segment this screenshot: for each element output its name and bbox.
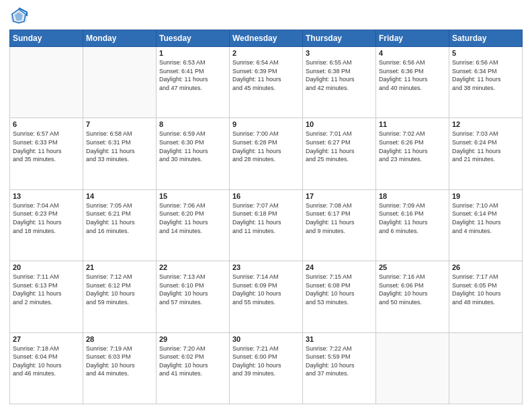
day-info: Sunrise: 7:09 AM Sunset: 6:16 PM Dayligh… [379, 201, 446, 235]
day-info: Sunrise: 7:11 AM Sunset: 6:13 PM Dayligh… [13, 273, 80, 306]
day-number: 2 [232, 49, 300, 57]
day-number: 24 [306, 263, 373, 271]
day-of-week-header: Monday [83, 30, 157, 47]
day-number: 20 [13, 263, 80, 271]
day-info: Sunrise: 6:55 AM Sunset: 6:38 PM Dayligh… [306, 58, 373, 92]
day-number: 15 [159, 192, 226, 200]
day-number: 27 [13, 335, 80, 343]
week-row: 13Sunrise: 7:04 AM Sunset: 6:23 PM Dayli… [10, 189, 523, 261]
day-number: 22 [159, 263, 226, 271]
day-info: Sunrise: 7:12 AM Sunset: 6:12 PM Dayligh… [86, 273, 153, 306]
day-number: 4 [379, 49, 446, 57]
day-info: Sunrise: 7:20 AM Sunset: 6:02 PM Dayligh… [159, 345, 226, 378]
day-number: 1 [159, 49, 226, 57]
calendar-cell: 21Sunrise: 7:12 AM Sunset: 6:12 PM Dayli… [83, 261, 157, 332]
calendar-cell: 8Sunrise: 6:59 AM Sunset: 6:30 PM Daylig… [157, 118, 230, 189]
calendar-cell: 13Sunrise: 7:04 AM Sunset: 6:23 PM Dayli… [10, 189, 83, 261]
day-info: Sunrise: 7:01 AM Sunset: 6:27 PM Dayligh… [306, 130, 373, 163]
day-number: 10 [306, 120, 373, 128]
day-info: Sunrise: 7:17 AM Sunset: 6:05 PM Dayligh… [452, 273, 519, 306]
week-row: 1Sunrise: 6:53 AM Sunset: 6:41 PM Daylig… [10, 47, 523, 118]
day-number: 21 [86, 263, 153, 271]
logo-icon [9, 7, 28, 26]
calendar-cell: 28Sunrise: 7:19 AM Sunset: 6:03 PM Dayli… [83, 332, 157, 404]
calendar-cell: 11Sunrise: 7:02 AM Sunset: 6:26 PM Dayli… [376, 118, 449, 189]
day-number: 31 [306, 335, 373, 343]
calendar-cell: 31Sunrise: 7:22 AM Sunset: 5:59 PM Dayli… [303, 332, 376, 404]
day-info: Sunrise: 7:04 AM Sunset: 6:23 PM Dayligh… [13, 201, 80, 235]
day-number: 28 [86, 335, 153, 343]
calendar-cell [83, 47, 157, 118]
calendar-body: 1Sunrise: 6:53 AM Sunset: 6:41 PM Daylig… [10, 47, 523, 404]
calendar-cell: 7Sunrise: 6:58 AM Sunset: 6:31 PM Daylig… [83, 118, 157, 189]
calendar-cell: 27Sunrise: 7:18 AM Sunset: 6:04 PM Dayli… [10, 332, 83, 404]
calendar-cell [376, 332, 449, 404]
calendar-cell: 15Sunrise: 7:06 AM Sunset: 6:20 PM Dayli… [157, 189, 230, 261]
day-number: 3 [306, 49, 373, 57]
day-info: Sunrise: 7:03 AM Sunset: 6:24 PM Dayligh… [452, 130, 519, 163]
calendar-table: SundayMondayTuesdayWednesdayThursdayFrid… [9, 30, 523, 404]
calendar-cell: 23Sunrise: 7:14 AM Sunset: 6:09 PM Dayli… [230, 261, 303, 332]
day-number: 25 [379, 263, 446, 271]
day-info: Sunrise: 7:18 AM Sunset: 6:04 PM Dayligh… [13, 345, 80, 378]
week-row: 6Sunrise: 6:57 AM Sunset: 6:33 PM Daylig… [10, 118, 523, 189]
calendar-cell: 26Sunrise: 7:17 AM Sunset: 6:05 PM Dayli… [449, 261, 523, 332]
day-info: Sunrise: 6:58 AM Sunset: 6:31 PM Dayligh… [86, 130, 153, 163]
day-info: Sunrise: 7:21 AM Sunset: 6:00 PM Dayligh… [232, 345, 300, 378]
week-row: 20Sunrise: 7:11 AM Sunset: 6:13 PM Dayli… [10, 261, 523, 332]
page: SundayMondayTuesdayWednesdayThursdayFrid… [0, 0, 532, 411]
logo [9, 7, 31, 26]
calendar-header: SundayMondayTuesdayWednesdayThursdayFrid… [10, 30, 523, 47]
day-info: Sunrise: 7:14 AM Sunset: 6:09 PM Dayligh… [232, 273, 300, 306]
day-number: 19 [452, 192, 519, 200]
day-info: Sunrise: 7:15 AM Sunset: 6:08 PM Dayligh… [306, 273, 373, 306]
day-info: Sunrise: 7:16 AM Sunset: 6:06 PM Dayligh… [379, 273, 446, 306]
day-of-week-header: Wednesday [230, 30, 303, 47]
day-info: Sunrise: 6:56 AM Sunset: 6:36 PM Dayligh… [379, 58, 446, 92]
day-info: Sunrise: 6:56 AM Sunset: 6:34 PM Dayligh… [452, 58, 519, 92]
day-info: Sunrise: 7:05 AM Sunset: 6:21 PM Dayligh… [86, 201, 153, 235]
day-info: Sunrise: 7:13 AM Sunset: 6:10 PM Dayligh… [159, 273, 226, 306]
day-number: 8 [159, 120, 226, 128]
calendar-cell: 6Sunrise: 6:57 AM Sunset: 6:33 PM Daylig… [10, 118, 83, 189]
day-info: Sunrise: 7:00 AM Sunset: 6:28 PM Dayligh… [232, 130, 300, 163]
calendar-cell: 14Sunrise: 7:05 AM Sunset: 6:21 PM Dayli… [83, 189, 157, 261]
calendar-cell: 3Sunrise: 6:55 AM Sunset: 6:38 PM Daylig… [303, 47, 376, 118]
calendar-cell: 25Sunrise: 7:16 AM Sunset: 6:06 PM Dayli… [376, 261, 449, 332]
day-info: Sunrise: 6:57 AM Sunset: 6:33 PM Dayligh… [13, 130, 80, 163]
day-number: 23 [232, 263, 300, 271]
day-info: Sunrise: 7:22 AM Sunset: 5:59 PM Dayligh… [306, 345, 373, 378]
day-number: 6 [13, 120, 80, 128]
day-number: 18 [379, 192, 446, 200]
calendar-cell: 10Sunrise: 7:01 AM Sunset: 6:27 PM Dayli… [303, 118, 376, 189]
calendar-cell: 12Sunrise: 7:03 AM Sunset: 6:24 PM Dayli… [449, 118, 523, 189]
day-of-week-header: Friday [376, 30, 449, 47]
header [9, 7, 523, 26]
calendar-cell: 18Sunrise: 7:09 AM Sunset: 6:16 PM Dayli… [376, 189, 449, 261]
day-number: 9 [232, 120, 300, 128]
calendar-cell: 20Sunrise: 7:11 AM Sunset: 6:13 PM Dayli… [10, 261, 83, 332]
day-of-week-header: Thursday [303, 30, 376, 47]
calendar-cell: 24Sunrise: 7:15 AM Sunset: 6:08 PM Dayli… [303, 261, 376, 332]
day-of-week-header: Saturday [449, 30, 523, 47]
calendar-cell [449, 332, 523, 404]
day-number: 12 [452, 120, 519, 128]
calendar-cell: 19Sunrise: 7:10 AM Sunset: 6:14 PM Dayli… [449, 189, 523, 261]
calendar-cell: 9Sunrise: 7:00 AM Sunset: 6:28 PM Daylig… [230, 118, 303, 189]
day-number: 5 [452, 49, 519, 57]
day-info: Sunrise: 6:53 AM Sunset: 6:41 PM Dayligh… [159, 58, 226, 92]
calendar-cell: 17Sunrise: 7:08 AM Sunset: 6:17 PM Dayli… [303, 189, 376, 261]
day-number: 17 [306, 192, 373, 200]
day-number: 13 [13, 192, 80, 200]
day-number: 7 [86, 120, 153, 128]
day-info: Sunrise: 7:07 AM Sunset: 6:18 PM Dayligh… [232, 201, 300, 235]
day-of-week-header: Sunday [10, 30, 83, 47]
day-number: 11 [379, 120, 446, 128]
day-info: Sunrise: 7:06 AM Sunset: 6:20 PM Dayligh… [159, 201, 226, 235]
calendar-cell: 22Sunrise: 7:13 AM Sunset: 6:10 PM Dayli… [157, 261, 230, 332]
calendar-cell: 29Sunrise: 7:20 AM Sunset: 6:02 PM Dayli… [157, 332, 230, 404]
day-info: Sunrise: 6:54 AM Sunset: 6:39 PM Dayligh… [232, 58, 300, 92]
day-number: 14 [86, 192, 153, 200]
day-info: Sunrise: 7:08 AM Sunset: 6:17 PM Dayligh… [306, 201, 373, 235]
calendar-cell: 4Sunrise: 6:56 AM Sunset: 6:36 PM Daylig… [376, 47, 449, 118]
